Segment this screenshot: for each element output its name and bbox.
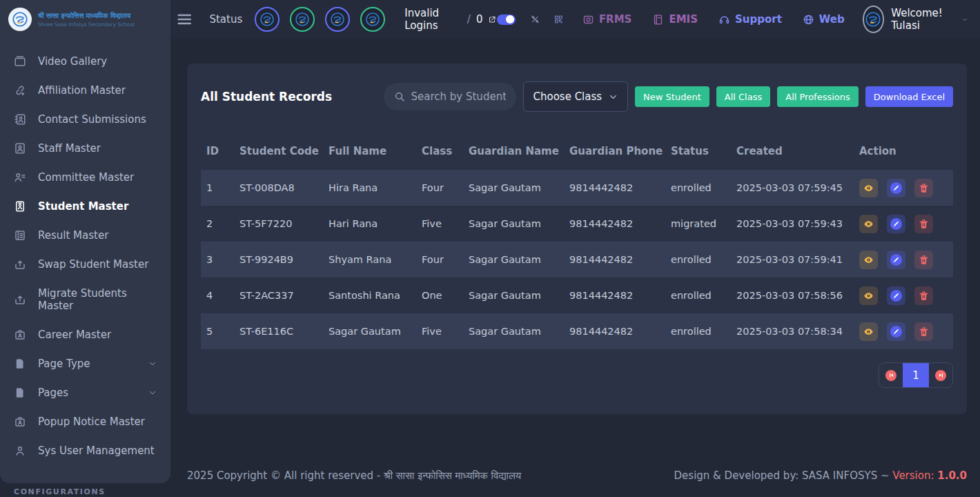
sidebar-item-contact-submissions[interactable]: Contact Submissions <box>0 105 170 134</box>
school-logo-icon <box>8 8 32 31</box>
status-badge[interactable] <box>360 7 385 32</box>
cell-student-code: ST-6E116C <box>234 313 323 349</box>
search-icon <box>394 91 405 102</box>
search-input[interactable] <box>411 90 506 103</box>
edit-button[interactable] <box>887 251 905 269</box>
status-badge[interactable] <box>290 7 315 32</box>
qr-code-icon[interactable] <box>554 14 563 25</box>
cell-guardian-phone: 9814442482 <box>564 277 665 313</box>
sidebar-item-staff-master[interactable]: Staff Master <box>0 134 170 163</box>
nav-link-emis[interactable]: EMIS <box>652 13 698 26</box>
migrate-export-icon <box>14 293 26 306</box>
toolbar-button-all-class[interactable]: All Class <box>716 86 770 107</box>
toolbar-button-all-professions[interactable]: All Professions <box>777 86 859 107</box>
sidebar-item-page-type[interactable]: Page Type <box>0 349 170 378</box>
sidebar-item-committee-master[interactable]: Committee Master <box>0 163 170 192</box>
cell-created: 2025-03-03 07:58:56 <box>731 277 854 313</box>
pagination-prev-button[interactable] <box>879 363 903 387</box>
cell-status: enrolled <box>665 277 731 313</box>
delete-button[interactable] <box>914 286 933 305</box>
pencil-icon <box>893 329 899 335</box>
percent-slash-icon[interactable] <box>531 14 540 25</box>
last-page-icon <box>937 371 945 379</box>
sidebar-item-pages[interactable]: Pages <box>0 378 170 407</box>
column-header: Status <box>665 133 731 170</box>
cell-actions <box>854 170 953 206</box>
app-window: श्री सासा इन्फोसिस माध्यमिक विद्यालय Shr… <box>0 0 980 497</box>
top-header: Status Invalid Logins <box>170 0 980 39</box>
sidebar-item-label: Popup Notice Master <box>38 416 145 428</box>
user-menu[interactable]: Welcome! Tulasi <box>863 6 968 33</box>
toolbar-button-download-excel[interactable]: Download Excel <box>865 86 953 107</box>
sidebar-item-label: Migrate Students Master <box>38 287 157 312</box>
pagination-next-button[interactable] <box>929 363 952 387</box>
edit-button[interactable] <box>887 322 905 341</box>
view-button[interactable] <box>859 322 878 341</box>
nav-link-support[interactable]: Support <box>718 13 782 26</box>
column-header: Guardian Phone <box>564 133 665 170</box>
pages-file-icon <box>14 387 26 399</box>
view-button[interactable] <box>859 179 878 197</box>
pagination-page-1[interactable]: 1 <box>903 363 929 387</box>
view-button[interactable] <box>859 251 878 269</box>
cell-student-code: ST-2AC337 <box>234 277 323 313</box>
column-header: Action <box>854 133 953 170</box>
sidebar-item-affiliation-master[interactable]: Affiliation Master <box>0 76 170 105</box>
cell-class: Four <box>416 242 463 277</box>
nav-link-frms[interactable]: FRMS <box>582 13 632 26</box>
eye-icon <box>863 255 874 265</box>
edit-button[interactable] <box>887 215 905 233</box>
avatar <box>863 6 884 33</box>
sidebar-item-migrate-students-master[interactable]: Migrate Students Master <box>0 279 170 320</box>
cell-id: 1 <box>201 170 234 206</box>
delete-button[interactable] <box>914 251 933 269</box>
cell-full-name: Santoshi Rana <box>323 277 416 313</box>
sidebar-item-student-master[interactable]: Student Master <box>0 192 170 221</box>
column-header: Full Name <box>323 133 416 170</box>
status-badge[interactable] <box>255 7 280 32</box>
sidebar-item-result-master[interactable]: Result Master <box>0 221 170 250</box>
nav-link-label: Web <box>819 13 845 26</box>
delete-button[interactable] <box>914 322 933 341</box>
sidebar-item-popup-notice-master[interactable]: Popup Notice Master <box>0 407 170 436</box>
menu-toggle-icon[interactable] <box>177 13 191 26</box>
sidebar-item-label: Page Type <box>38 358 90 370</box>
choose-class-select[interactable]: Choose Class <box>523 81 629 112</box>
invalid-logins-label: Invalid Logins <box>404 7 462 32</box>
student-card-icon <box>14 200 26 213</box>
contact-book-icon <box>14 113 26 126</box>
edit-button[interactable] <box>887 179 905 197</box>
sidebar-item-video-gallery[interactable]: Video Gallery <box>0 47 170 76</box>
view-button[interactable] <box>859 286 878 305</box>
cell-class: One <box>416 277 463 313</box>
delete-button[interactable] <box>914 179 933 197</box>
nav-link-web[interactable]: Web <box>803 13 845 26</box>
cell-guardian-name: Sagar Gautam <box>463 170 564 206</box>
sidebar-item-label: Affiliation Master <box>38 84 126 97</box>
students-table: ID Student Code Full Name Class Guardian… <box>201 133 953 349</box>
eye-icon <box>863 183 874 193</box>
cell-actions <box>854 206 953 242</box>
pencil-icon <box>893 185 899 191</box>
main-content: All Student Records Choose Class New Stu… <box>170 39 980 497</box>
sidebar-item-sys-user-management[interactable]: Sys User Management <box>0 436 170 465</box>
sidebar-item-swap-student-master[interactable]: Swap Student Master <box>0 250 170 279</box>
sidebar-item-career-master[interactable]: Career Master <box>0 320 170 349</box>
trash-icon <box>919 219 929 229</box>
status-badge[interactable] <box>325 7 350 32</box>
column-header: Guardian Name <box>463 133 564 170</box>
table-row: 4 ST-2AC337 Santoshi Rana One Sagar Gaut… <box>201 277 953 313</box>
theme-toggle[interactable] <box>497 14 516 25</box>
delete-button[interactable] <box>914 215 933 233</box>
view-button[interactable] <box>859 215 878 233</box>
cell-full-name: Hari Rana <box>323 206 416 242</box>
edit-button[interactable] <box>887 286 905 305</box>
popup-badge-icon <box>14 416 26 428</box>
page-title: All Student Records <box>201 90 332 104</box>
nav-link-label: EMIS <box>669 13 698 26</box>
external-link-icon[interactable] <box>488 14 496 25</box>
cell-created: 2025-03-03 07:59:43 <box>731 206 854 242</box>
chevron-down-icon <box>609 92 618 101</box>
sidebar-section-configurations: CONFIGURATIONS <box>14 487 106 496</box>
toolbar-button-new-student[interactable]: New Student <box>635 86 709 107</box>
